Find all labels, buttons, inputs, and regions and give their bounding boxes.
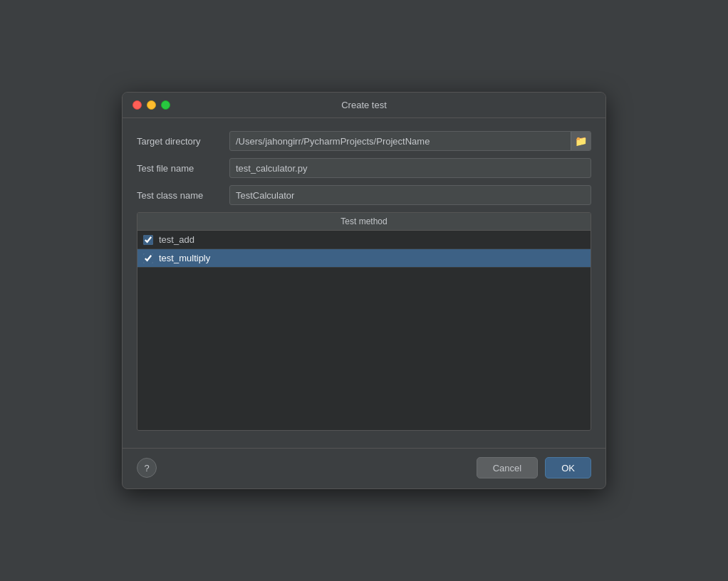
footer-buttons: Cancel OK [477,457,591,478]
test-add-checkbox[interactable] [143,235,153,245]
test-class-name-label: Test class name [137,190,229,201]
help-button[interactable]: ? [137,458,157,478]
table-header: Test method [137,213,591,231]
test-class-name-input-wrapper [229,185,591,205]
test-multiply-label: test_multiply [159,253,210,263]
test-multiply-checkbox[interactable] [143,253,153,263]
ok-button[interactable]: OK [545,457,591,478]
test-method-table: Test method test_add test_multiply [137,212,591,431]
dialog-footer: ? Cancel OK [123,448,605,488]
test-file-name-input[interactable] [230,159,591,177]
target-directory-row: Target directory 📁 [137,131,591,151]
create-test-dialog: Create test Target directory 📁 Test file… [122,92,606,489]
table-row[interactable]: test_multiply [137,249,591,268]
dialog-body: Target directory 📁 Test file name Test c… [123,118,605,441]
window-controls [132,100,170,110]
target-directory-label: Target directory [137,136,229,147]
test-file-name-row: Test file name [137,158,591,178]
browse-button[interactable]: 📁 [571,132,591,150]
test-class-name-input[interactable] [230,186,591,204]
table-row[interactable]: test_add [137,231,591,249]
cancel-button[interactable]: Cancel [477,457,538,478]
close-button[interactable] [132,100,142,110]
minimize-button[interactable] [147,100,156,110]
target-directory-input-wrapper: 📁 [229,131,591,151]
test-add-label: test_add [159,234,194,245]
title-bar: Create test [123,93,605,118]
test-file-name-label: Test file name [137,163,229,174]
test-file-name-input-wrapper [229,158,591,178]
table-body: test_add test_multiply [137,231,591,430]
dialog-title: Create test [341,100,387,110]
maximize-button[interactable] [161,100,170,110]
test-class-name-row: Test class name [137,185,591,205]
target-directory-input[interactable] [230,132,571,150]
